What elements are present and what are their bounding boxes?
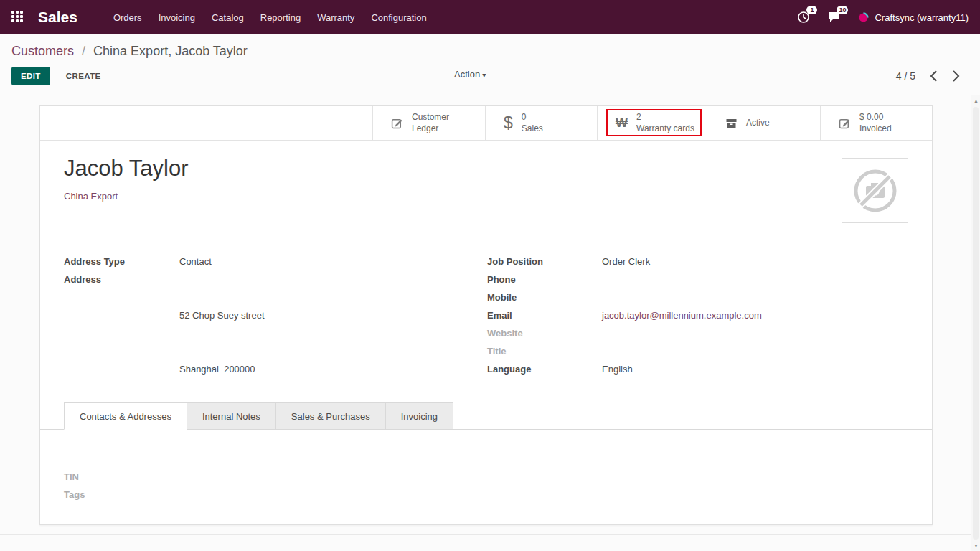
scroll-down-arrow[interactable]: ▼ bbox=[971, 543, 980, 548]
tab-invoicing[interactable]: Invoicing bbox=[385, 402, 453, 430]
field-label-job-position: Job Position bbox=[487, 253, 602, 270]
stat-label: Invoiced bbox=[859, 123, 892, 135]
control-panel: EDIT CREATE Action▾ 4 / 5 bbox=[11, 66, 960, 86]
stat-line: Customer bbox=[412, 112, 449, 123]
top-menu: Orders Invoicing Catalog Reporting Warra… bbox=[112, 9, 428, 26]
field-label-address: Address bbox=[64, 270, 179, 468]
top-navbar: Sales Orders Invoicing Catalog Reporting… bbox=[0, 0, 980, 34]
menu-warranty[interactable]: Warranty bbox=[316, 9, 356, 26]
field-label-email: Email bbox=[487, 306, 602, 324]
address-street: 52 Chop Suey street bbox=[179, 306, 265, 324]
tab-sales-purchases[interactable]: Sales & Purchases bbox=[275, 402, 386, 430]
dollar-icon: $ bbox=[504, 113, 513, 133]
customer-image-placeholder bbox=[842, 158, 908, 223]
caret-down-icon: ▾ bbox=[482, 71, 486, 79]
menu-catalog[interactable]: Catalog bbox=[210, 9, 245, 26]
app-name[interactable]: Sales bbox=[38, 9, 77, 26]
content-bottom-divider bbox=[0, 534, 971, 535]
stat-value: 0 bbox=[522, 112, 543, 123]
breadcrumb-separator: / bbox=[82, 44, 85, 58]
field-label-language: Language bbox=[487, 360, 602, 378]
field-label-mobile: Mobile bbox=[487, 288, 602, 306]
systray: 1 10 Craftsync (warranty11) bbox=[797, 11, 969, 24]
pager: 4 / 5 bbox=[896, 70, 960, 83]
stat-value: $ 0.00 bbox=[859, 112, 892, 123]
customer-ledger-stat-button[interactable]: Customer Ledger bbox=[372, 106, 485, 140]
stat-label: Sales bbox=[522, 123, 543, 135]
breadcrumb-customers[interactable]: Customers bbox=[11, 44, 74, 58]
activity-badge: 1 bbox=[806, 6, 817, 14]
scroll-up-arrow[interactable]: ▲ bbox=[971, 98, 980, 103]
messages-badge: 10 bbox=[837, 6, 848, 14]
tab-internal-notes[interactable]: Internal Notes bbox=[187, 402, 276, 430]
activities-icon[interactable]: 1 bbox=[797, 11, 810, 24]
user-name: Craftsync (warranty11) bbox=[875, 12, 969, 23]
pencil-square-icon bbox=[839, 117, 851, 129]
stat-label: Active bbox=[746, 118, 770, 129]
field-value-address-type: Contact bbox=[179, 253, 212, 270]
notebook-tabs: Contacts & Addresses Internal Notes Sale… bbox=[40, 402, 932, 430]
won-sign-icon: ₩ bbox=[616, 116, 628, 131]
form-sheet: Customer Ledger $ 0 Sales ₩ 2 Warranty c… bbox=[39, 105, 933, 525]
breadcrumb: Customers / China Export, Jacob Taylor bbox=[11, 44, 248, 59]
menu-configuration[interactable]: Configuration bbox=[369, 9, 428, 26]
menu-reporting[interactable]: Reporting bbox=[259, 9, 302, 26]
field-label-tin: TIN bbox=[64, 468, 179, 486]
pager-previous-button[interactable] bbox=[930, 70, 938, 83]
camera-off-icon bbox=[849, 165, 901, 217]
field-group: Address Type Contact Address 52 Chop Sue… bbox=[64, 253, 908, 504]
address-city-zip: Shanghai 200000 bbox=[179, 360, 265, 378]
chevron-left-icon bbox=[930, 70, 938, 83]
field-column-left: Address Type Contact Address 52 Chop Sue… bbox=[64, 253, 487, 504]
action-label: Action bbox=[454, 69, 480, 80]
field-label-address-type: Address Type bbox=[64, 253, 179, 270]
archive-box-icon bbox=[725, 118, 738, 129]
pager-next-button[interactable] bbox=[952, 70, 960, 83]
active-stat-button[interactable]: Active bbox=[707, 106, 820, 140]
stat-line: Ledger bbox=[412, 123, 449, 135]
stat-button-row: Customer Ledger $ 0 Sales ₩ 2 Warranty c… bbox=[40, 106, 932, 141]
stat-label: Warranty cards bbox=[636, 123, 694, 135]
record-header: Jacob Taylor China Export bbox=[64, 155, 188, 202]
field-column-right: Job Position Order Clerk Phone Mobile Em… bbox=[487, 253, 908, 504]
field-value-job-position: Order Clerk bbox=[602, 253, 650, 270]
breadcrumb-current: China Export, Jacob Taylor bbox=[93, 44, 248, 58]
sales-stat-button[interactable]: $ 0 Sales bbox=[485, 106, 597, 140]
user-menu[interactable]: Craftsync (warranty11) bbox=[858, 12, 969, 23]
field-label-phone: Phone bbox=[487, 270, 602, 288]
chevron-right-icon bbox=[952, 70, 960, 83]
create-button[interactable]: CREATE bbox=[62, 71, 105, 81]
pager-value[interactable]: 4 / 5 bbox=[896, 70, 915, 82]
parent-company-link[interactable]: China Export bbox=[64, 191, 188, 202]
vertical-scrollbar[interactable]: ▲ ▼ bbox=[971, 95, 980, 551]
field-label-tags: Tags bbox=[64, 486, 179, 504]
company-logo bbox=[858, 12, 869, 23]
field-label-title: Title bbox=[487, 342, 602, 360]
tab-contacts-addresses[interactable]: Contacts & Addresses bbox=[64, 402, 187, 430]
field-value-address: 52 Chop Suey street Shanghai 200000 Chin… bbox=[179, 270, 265, 468]
messages-icon[interactable]: 10 bbox=[827, 11, 841, 24]
invoiced-stat-button[interactable]: $ 0.00 Invoiced bbox=[820, 106, 932, 140]
record-title: Jacob Taylor bbox=[64, 155, 188, 182]
action-dropdown[interactable]: Action▾ bbox=[454, 69, 486, 80]
scrollbar-thumb[interactable] bbox=[973, 107, 979, 540]
apps-grid-icon[interactable] bbox=[11, 11, 24, 24]
field-value-language: English bbox=[602, 360, 633, 378]
field-label-website: Website bbox=[487, 324, 602, 342]
stat-value: 2 bbox=[636, 112, 694, 123]
warranty-cards-stat-button[interactable]: ₩ 2 Warranty cards bbox=[597, 106, 707, 140]
pencil-square-icon bbox=[391, 117, 403, 129]
edit-button[interactable]: EDIT bbox=[11, 67, 50, 85]
menu-invoicing[interactable]: Invoicing bbox=[157, 9, 197, 26]
field-value-email-link[interactable]: jacob.taylor@millennium.example.com bbox=[602, 306, 762, 324]
menu-orders[interactable]: Orders bbox=[112, 9, 143, 26]
